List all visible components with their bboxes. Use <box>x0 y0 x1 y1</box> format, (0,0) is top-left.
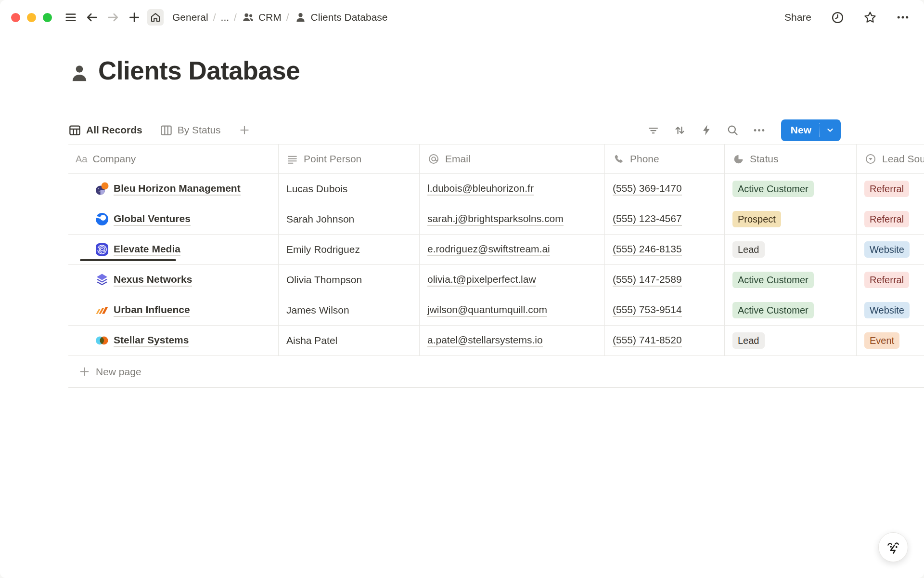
status-badge[interactable]: Active Customer <box>732 302 814 318</box>
breadcrumb-item-general[interactable]: General <box>172 12 208 23</box>
email-link[interactable]: e.rodriguez@swiftstream.ai <box>427 243 550 256</box>
table-row[interactable]: Global Ventures Sarah Johnson sarah.j@br… <box>68 204 924 235</box>
close-window-button[interactable] <box>11 13 20 22</box>
email-link[interactable]: l.dubois@bleuhorizon.fr <box>427 183 534 196</box>
lead-source-badge[interactable]: Website <box>864 302 910 318</box>
company-name-link[interactable]: Urban Influence <box>114 304 190 317</box>
breadcrumb-ellipsis[interactable]: ... <box>221 12 230 23</box>
email-link[interactable]: olivia.t@pixelperfect.law <box>427 274 536 287</box>
column-header-point-person[interactable]: Point Person <box>279 144 420 173</box>
email-link[interactable]: sarah.j@brightsparksolns.com <box>427 213 564 226</box>
point-person-cell[interactable]: James Wilson <box>279 295 420 325</box>
company-cell[interactable]: Urban Influence <box>68 295 279 325</box>
view-more-button[interactable] <box>753 123 766 137</box>
status-badge[interactable]: Lead <box>732 332 765 349</box>
lead-source-badge[interactable]: Referral <box>864 272 909 288</box>
company-name-link[interactable]: Elevate Media <box>114 243 180 256</box>
add-view-button[interactable] <box>238 124 251 136</box>
phone-cell[interactable]: (555) 123-4567 <box>605 204 725 234</box>
notion-ai-button[interactable] <box>878 532 908 562</box>
column-header-email[interactable]: Email <box>420 144 605 173</box>
page-icon person-icon[interactable] <box>68 63 90 85</box>
lead-source-cell[interactable]: Referral <box>857 265 924 295</box>
company-name-link[interactable]: Bleu Horizon Management <box>114 183 241 196</box>
table-row[interactable]: Nexus Networks Olivia Thompson olivia.t@… <box>68 265 924 295</box>
email-link[interactable]: a.patel@stellarsystems.io <box>427 334 543 347</box>
email-cell[interactable]: l.dubois@bleuhorizon.fr <box>420 174 605 204</box>
new-page-button[interactable]: New page <box>68 356 924 388</box>
lead-source-badge[interactable]: Website <box>864 241 910 258</box>
home-button[interactable] <box>147 9 164 26</box>
phone-link[interactable]: (555) 741-8520 <box>613 334 682 347</box>
status-cell[interactable]: Lead <box>725 235 857 264</box>
breadcrumb-item-crm[interactable]: CRM <box>242 11 282 24</box>
column-header-phone[interactable]: Phone <box>605 144 725 173</box>
phone-link[interactable]: (555) 369-1470 <box>613 183 682 196</box>
automations-button[interactable] <box>700 123 713 137</box>
page-title[interactable]: Clients Database <box>98 57 300 85</box>
phone-cell[interactable]: (555) 741-8520 <box>605 326 725 355</box>
table-row[interactable]: Bleu Horizon Management Lucas Dubois l.d… <box>68 174 924 204</box>
phone-cell[interactable]: (555) 147-2589 <box>605 265 725 295</box>
email-cell[interactable]: jwilson@quantumquill.com <box>420 295 605 325</box>
status-cell[interactable]: Active Customer <box>725 265 857 295</box>
zoom-window-button[interactable] <box>43 13 52 22</box>
point-person-cell[interactable]: Lucas Dubois <box>279 174 420 204</box>
table-row[interactable]: Stellar Systems Aisha Patel a.patel@stel… <box>68 326 924 356</box>
phone-cell[interactable]: (555) 753-9514 <box>605 295 725 325</box>
phone-link[interactable]: (555) 123-4567 <box>613 213 682 226</box>
company-name-link[interactable]: Nexus Networks <box>114 274 192 287</box>
email-cell[interactable]: sarah.j@brightsparksolns.com <box>420 204 605 234</box>
tab-by-status[interactable]: By Status <box>160 124 221 137</box>
status-badge[interactable]: Active Customer <box>732 181 814 197</box>
lead-source-badge[interactable]: Referral <box>864 181 909 197</box>
tab-all-records[interactable]: All Records <box>68 124 142 137</box>
table-row[interactable]: Urban Influence James Wilson jwilson@qua… <box>68 295 924 326</box>
column-header-status[interactable]: Status <box>725 144 857 173</box>
company-cell[interactable]: Bleu Horizon Management <box>68 174 279 204</box>
status-cell[interactable]: Active Customer <box>725 295 857 325</box>
share-button[interactable]: Share <box>784 12 811 23</box>
table-row[interactable]: Elevate Media Emily Rodriguez e.rodrigue… <box>68 235 924 265</box>
email-cell[interactable]: e.rodriguez@swiftstream.ai <box>420 235 605 264</box>
company-cell[interactable]: Global Ventures <box>68 204 279 234</box>
point-person-cell[interactable]: Aisha Patel <box>279 326 420 355</box>
phone-link[interactable]: (555) 753-9514 <box>613 304 682 317</box>
email-link[interactable]: jwilson@quantumquill.com <box>427 304 547 317</box>
sort-button[interactable] <box>673 123 687 137</box>
lead-source-cell[interactable]: Website <box>857 235 924 264</box>
status-badge[interactable]: Prospect <box>732 211 781 227</box>
company-name-link[interactable]: Global Ventures <box>114 213 191 226</box>
status-cell[interactable]: Active Customer <box>725 174 857 204</box>
email-cell[interactable]: a.patel@stellarsystems.io <box>420 326 605 355</box>
new-button-dropdown[interactable] <box>819 123 841 137</box>
sidebar-toggle-button[interactable] <box>63 9 79 26</box>
back-button[interactable] <box>84 9 100 26</box>
status-badge[interactable]: Lead <box>732 241 765 258</box>
status-badge[interactable]: Active Customer <box>732 272 814 288</box>
favorite-button[interactable] <box>863 11 877 24</box>
column-header-lead-source[interactable]: Lead Source <box>857 144 924 173</box>
status-cell[interactable]: Lead <box>725 326 857 355</box>
new-tab-button[interactable] <box>126 9 142 26</box>
company-cell[interactable]: Nexus Networks <box>68 265 279 295</box>
phone-cell[interactable]: (555) 246-8135 <box>605 235 725 264</box>
point-person-cell[interactable]: Emily Rodriguez <box>279 235 420 264</box>
filter-button[interactable] <box>647 123 660 137</box>
lead-source-badge[interactable]: Referral <box>864 211 909 227</box>
lead-source-cell[interactable]: Website <box>857 295 924 325</box>
point-person-cell[interactable]: Sarah Johnson <box>279 204 420 234</box>
breadcrumb-item-clients-database[interactable]: Clients Database <box>294 11 388 24</box>
point-person-cell[interactable]: Olivia Thompson <box>279 265 420 295</box>
more-options-button[interactable] <box>896 11 910 24</box>
company-cell[interactable]: Stellar Systems <box>68 326 279 355</box>
phone-link[interactable]: (555) 147-2589 <box>613 274 682 287</box>
status-cell[interactable]: Prospect <box>725 204 857 234</box>
lead-source-cell[interactable]: Referral <box>857 174 924 204</box>
lead-source-cell[interactable]: Referral <box>857 204 924 234</box>
search-button[interactable] <box>726 123 740 137</box>
forward-button[interactable] <box>105 9 121 26</box>
new-record-button[interactable]: New <box>781 119 841 141</box>
company-name-link[interactable]: Stellar Systems <box>114 334 189 347</box>
lead-source-cell[interactable]: Event <box>857 326 924 355</box>
